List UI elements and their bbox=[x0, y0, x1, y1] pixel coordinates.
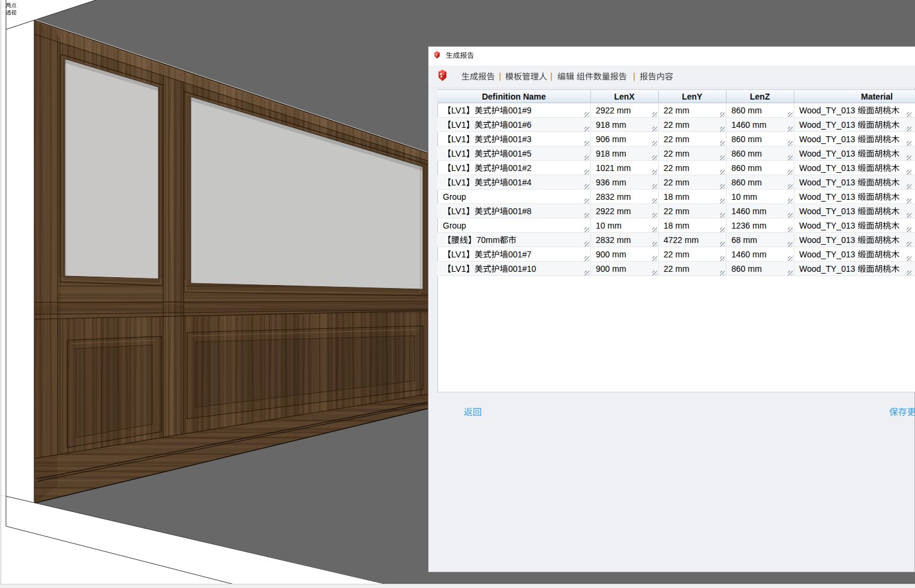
svg-text:001#2: 001#2 bbox=[508, 163, 532, 173]
svg-text:Wood_TY_013: Wood_TY_013 bbox=[799, 149, 857, 158]
svg-text:1236 mm: 1236 mm bbox=[731, 221, 766, 230]
svg-text:LenZ: LenZ bbox=[750, 92, 770, 101]
svg-text:918 mm: 918 mm bbox=[596, 149, 626, 158]
svg-text:LV1: LV1 bbox=[451, 120, 466, 130]
svg-text:860 mm: 860 mm bbox=[731, 106, 762, 115]
svg-text:LV1: LV1 bbox=[451, 250, 466, 259]
svg-text:4722 mm: 4722 mm bbox=[664, 235, 698, 245]
svg-text:2922 mm: 2922 mm bbox=[596, 206, 631, 216]
svg-text:Wood_TY_013: Wood_TY_013 bbox=[799, 120, 857, 130]
svg-text:936 mm: 936 mm bbox=[596, 178, 626, 187]
svg-text:001#8: 001#8 bbox=[508, 206, 532, 216]
svg-text:22 mm: 22 mm bbox=[664, 264, 689, 274]
svg-text:860 mm: 860 mm bbox=[731, 163, 762, 173]
svg-text:2922 mm: 2922 mm bbox=[596, 106, 631, 115]
svg-text:22 mm: 22 mm bbox=[664, 178, 689, 187]
svg-text:001#7: 001#7 bbox=[508, 250, 532, 259]
svg-text:860 mm: 860 mm bbox=[731, 178, 762, 187]
svg-text:860 mm: 860 mm bbox=[731, 149, 762, 158]
svg-text:22 mm: 22 mm bbox=[664, 149, 689, 158]
svg-text:Wood_TY_013: Wood_TY_013 bbox=[799, 163, 857, 173]
svg-text:001#4: 001#4 bbox=[508, 178, 532, 187]
svg-text:906 mm: 906 mm bbox=[596, 134, 626, 144]
svg-text:LV1: LV1 bbox=[451, 163, 466, 173]
svg-text:001#6: 001#6 bbox=[508, 120, 532, 130]
svg-text:Wood_TY_013: Wood_TY_013 bbox=[799, 221, 857, 230]
svg-text:Material: Material bbox=[861, 92, 893, 101]
svg-text:22 mm: 22 mm bbox=[664, 163, 689, 173]
svg-text:Wood_TY_013: Wood_TY_013 bbox=[799, 206, 857, 216]
svg-text:001#5: 001#5 bbox=[508, 149, 532, 158]
svg-text:70mm: 70mm bbox=[476, 235, 500, 245]
svg-text:900 mm: 900 mm bbox=[596, 250, 626, 259]
svg-text:LV1: LV1 bbox=[451, 134, 466, 144]
svg-text:22 mm: 22 mm bbox=[664, 134, 689, 144]
svg-text:1460 mm: 1460 mm bbox=[731, 206, 766, 216]
svg-text:900 mm: 900 mm bbox=[596, 264, 626, 274]
svg-text:Wood_TY_013: Wood_TY_013 bbox=[799, 106, 857, 115]
svg-text:2832 mm: 2832 mm bbox=[596, 192, 631, 202]
svg-text:10 mm: 10 mm bbox=[596, 221, 622, 230]
svg-text:1460 mm: 1460 mm bbox=[731, 120, 766, 130]
svg-text:LV1: LV1 bbox=[451, 264, 466, 274]
svg-text:Wood_TY_013: Wood_TY_013 bbox=[799, 250, 857, 259]
svg-text:2832 mm: 2832 mm bbox=[596, 235, 631, 245]
svg-text:Group: Group bbox=[443, 221, 466, 230]
svg-text:Wood_TY_013: Wood_TY_013 bbox=[799, 134, 857, 144]
svg-text:22 mm: 22 mm bbox=[664, 120, 689, 130]
svg-text:22 mm: 22 mm bbox=[664, 206, 689, 216]
svg-text:001#9: 001#9 bbox=[508, 106, 532, 115]
svg-text:Wood_TY_013: Wood_TY_013 bbox=[799, 178, 857, 187]
svg-text:18 mm: 18 mm bbox=[664, 221, 689, 230]
svg-text:LenX: LenX bbox=[614, 92, 635, 101]
svg-text:918 mm: 918 mm bbox=[596, 120, 626, 130]
svg-text:1460 mm: 1460 mm bbox=[731, 250, 766, 259]
svg-text:LV1: LV1 bbox=[451, 178, 466, 187]
svg-text:Definition Name: Definition Name bbox=[482, 92, 546, 101]
svg-text:LV1: LV1 bbox=[451, 106, 466, 115]
svg-text:LenY: LenY bbox=[682, 92, 703, 101]
svg-text:Wood_TY_013: Wood_TY_013 bbox=[799, 264, 857, 274]
svg-text:18 mm: 18 mm bbox=[664, 192, 689, 202]
svg-text:860 mm: 860 mm bbox=[731, 134, 762, 144]
svg-text:LV1: LV1 bbox=[451, 149, 466, 158]
svg-text:68 mm: 68 mm bbox=[731, 235, 757, 245]
svg-text:860 mm: 860 mm bbox=[731, 264, 762, 274]
svg-text:LV1: LV1 bbox=[451, 206, 466, 216]
svg-text:10 mm: 10 mm bbox=[731, 192, 757, 202]
svg-text:Wood_TY_013: Wood_TY_013 bbox=[799, 235, 857, 245]
svg-text:001#10: 001#10 bbox=[508, 264, 536, 274]
svg-text:22 mm: 22 mm bbox=[664, 250, 689, 259]
svg-text:Group: Group bbox=[443, 192, 466, 202]
svg-text:001#3: 001#3 bbox=[508, 134, 532, 144]
svg-text:1021 mm: 1021 mm bbox=[596, 163, 631, 173]
svg-text:Wood_TY_013: Wood_TY_013 bbox=[799, 192, 857, 202]
svg-text:22 mm: 22 mm bbox=[664, 106, 689, 115]
